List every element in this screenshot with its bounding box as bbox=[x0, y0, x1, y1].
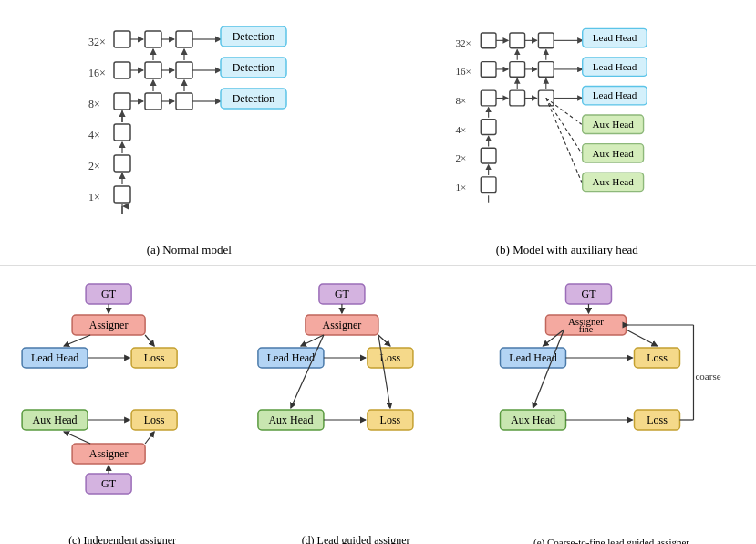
lead-guided-panel: GT Assigner Lead Head Loss bbox=[244, 275, 467, 544]
svg-rect-24 bbox=[114, 124, 130, 141]
svg-rect-7 bbox=[145, 31, 161, 47]
svg-rect-82 bbox=[582, 87, 647, 105]
svg-rect-20 bbox=[176, 93, 192, 110]
svg-rect-62 bbox=[510, 90, 525, 106]
svg-text:8×: 8× bbox=[88, 98, 100, 110]
normal-model-caption: (a) Normal model bbox=[0, 243, 378, 257]
svg-rect-6 bbox=[114, 31, 130, 47]
svg-text:2×: 2× bbox=[455, 152, 466, 163]
coarse-to-fine-svg: GT Assigner fine Lead Head Loss bbox=[467, 275, 756, 521]
svg-text:8×: 8× bbox=[455, 95, 466, 106]
svg-rect-63 bbox=[538, 90, 554, 106]
svg-text:coarse: coarse bbox=[696, 371, 721, 382]
svg-text:4×: 4× bbox=[455, 124, 466, 135]
normal-model-diagram: 32× 16× 8× 4× 2× 1× bbox=[79, 11, 298, 221]
independent-panel: GT Assigner Lead Head Loss bbox=[0, 275, 244, 544]
svg-line-135 bbox=[378, 335, 390, 408]
svg-text:Assigner: Assigner bbox=[89, 447, 129, 460]
svg-text:fine: fine bbox=[579, 324, 594, 334]
svg-text:GT: GT bbox=[101, 477, 117, 490]
svg-rect-41 bbox=[221, 89, 286, 109]
svg-rect-50 bbox=[510, 33, 525, 48]
lead-guided-svg: GT Assigner Lead Head Loss bbox=[244, 275, 467, 521]
svg-rect-68 bbox=[481, 148, 496, 163]
svg-rect-19 bbox=[145, 93, 161, 110]
svg-text:Lead Head: Lead Head bbox=[593, 89, 637, 100]
svg-line-90 bbox=[546, 99, 582, 125]
svg-rect-67 bbox=[481, 120, 496, 135]
svg-text:1×: 1× bbox=[455, 182, 466, 193]
svg-text:Lead Head: Lead Head bbox=[593, 32, 637, 43]
svg-line-134 bbox=[291, 335, 324, 408]
svg-text:GT: GT bbox=[101, 288, 117, 300]
svg-line-104 bbox=[64, 335, 90, 346]
svg-line-91 bbox=[546, 99, 582, 153]
svg-line-112 bbox=[145, 432, 154, 444]
svg-rect-12 bbox=[114, 62, 130, 78]
svg-text:Aux Head: Aux Head bbox=[269, 413, 314, 426]
svg-rect-18 bbox=[114, 93, 130, 110]
svg-rect-39 bbox=[221, 58, 286, 78]
svg-text:Detection: Detection bbox=[233, 30, 275, 43]
aux-model-diagram: 32× 16× 8× 4× 2× 1× bbox=[449, 11, 686, 221]
svg-line-127 bbox=[301, 335, 324, 346]
svg-text:1×: 1× bbox=[88, 191, 100, 204]
svg-text:Assigner: Assigner bbox=[89, 319, 129, 331]
svg-line-102 bbox=[145, 335, 154, 346]
svg-text:Aux Head: Aux Head bbox=[511, 413, 555, 426]
svg-text:Detection: Detection bbox=[233, 92, 275, 105]
svg-text:Lead Head: Lead Head bbox=[31, 351, 78, 364]
svg-rect-69 bbox=[481, 177, 496, 193]
svg-text:Assigner: Assigner bbox=[323, 319, 362, 331]
svg-text:2×: 2× bbox=[88, 160, 100, 173]
svg-rect-49 bbox=[481, 33, 496, 48]
svg-text:GT: GT bbox=[335, 288, 350, 300]
svg-text:Loss: Loss bbox=[144, 351, 165, 364]
svg-text:4×: 4× bbox=[88, 129, 100, 141]
svg-text:Aux Head: Aux Head bbox=[592, 119, 634, 130]
svg-text:Aux Head: Aux Head bbox=[592, 176, 634, 187]
svg-rect-57 bbox=[538, 62, 554, 78]
svg-text:16×: 16× bbox=[88, 67, 106, 79]
svg-line-146 bbox=[627, 330, 658, 346]
aux-model-panel: 32× 16× 8× 4× 2× 1× bbox=[378, 0, 757, 265]
svg-text:16×: 16× bbox=[455, 66, 471, 77]
svg-line-92 bbox=[546, 99, 582, 183]
coarse-to-fine-panel: GT Assigner fine Lead Head Loss bbox=[467, 275, 756, 544]
svg-rect-51 bbox=[538, 33, 554, 48]
normal-model-panel: 32× 16× 8× 4× 2× 1× bbox=[0, 0, 378, 265]
svg-text:Lead Head: Lead Head bbox=[593, 61, 637, 72]
svg-line-113 bbox=[64, 432, 90, 444]
svg-rect-26 bbox=[114, 186, 130, 203]
svg-rect-80 bbox=[582, 58, 647, 76]
svg-rect-13 bbox=[145, 62, 161, 78]
main-container: 32× 16× 8× 4× 2× 1× bbox=[0, 0, 756, 544]
svg-rect-8 bbox=[176, 31, 192, 47]
svg-text:32×: 32× bbox=[88, 36, 106, 48]
svg-text:Loss: Loss bbox=[380, 413, 401, 426]
svg-rect-61 bbox=[481, 90, 496, 106]
svg-text:Aux Head: Aux Head bbox=[33, 413, 78, 426]
svg-rect-84 bbox=[582, 115, 643, 133]
svg-rect-56 bbox=[510, 62, 525, 78]
svg-rect-86 bbox=[582, 144, 643, 162]
svg-rect-88 bbox=[582, 173, 643, 191]
lead-guided-caption: (d) Lead guided assigner bbox=[244, 534, 467, 544]
svg-text:Lead Head: Lead Head bbox=[267, 351, 315, 364]
independent-svg: GT Assigner Lead Head Loss bbox=[0, 275, 244, 521]
independent-caption: (c) Independent assigner bbox=[0, 534, 244, 544]
svg-text:Lead Head: Lead Head bbox=[509, 351, 556, 364]
svg-rect-78 bbox=[582, 28, 647, 47]
svg-text:Aux Head: Aux Head bbox=[592, 148, 634, 159]
coarse-to-fine-caption: (e) Coarse-to-fine lead guided assigner bbox=[467, 537, 756, 544]
svg-text:Loss: Loss bbox=[647, 351, 668, 364]
svg-text:Loss: Loss bbox=[144, 413, 165, 426]
top-section: 32× 16× 8× 4× 2× 1× bbox=[0, 0, 756, 265]
svg-text:GT: GT bbox=[582, 288, 597, 300]
bottom-section: GT Assigner Lead Head Loss bbox=[0, 270, 756, 544]
svg-text:Detection: Detection bbox=[233, 61, 275, 74]
svg-rect-37 bbox=[221, 26, 286, 47]
svg-rect-25 bbox=[114, 155, 130, 172]
svg-text:32×: 32× bbox=[455, 37, 471, 48]
svg-rect-14 bbox=[176, 62, 192, 78]
